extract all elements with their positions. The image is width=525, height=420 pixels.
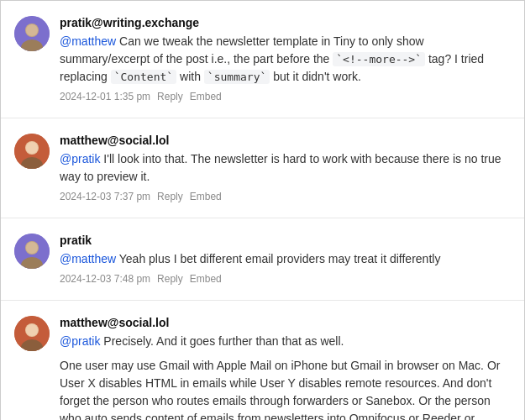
avatar-matthew-4 bbox=[14, 316, 50, 351]
code-3: `summary` bbox=[204, 70, 270, 84]
post-content-1: pratik@writing.exchange @matthew Can we … bbox=[60, 16, 511, 102]
post-meta-3: 2024-12-03 7:48 pm Reply Embed bbox=[60, 273, 511, 285]
embed-button-1[interactable]: Embed bbox=[190, 91, 222, 102]
post-content-4: matthew@social.lol @pratik Precisely. An… bbox=[60, 316, 511, 420]
post-author-4: matthew@social.lol bbox=[60, 316, 511, 329]
timestamp-2: 2024-12-03 7:37 pm bbox=[60, 191, 150, 202]
post-meta-1: 2024-12-01 1:35 pm Reply Embed bbox=[60, 91, 511, 102]
reply-button-2[interactable]: Reply bbox=[157, 191, 183, 202]
post-2: matthew@social.lol @pratik I'll look int… bbox=[1, 118, 524, 218]
post-meta-2: 2024-12-03 7:37 pm Reply Embed bbox=[60, 191, 511, 202]
code-1: `<!--more-->` bbox=[333, 52, 425, 66]
post-body-4-line1: @pratik Precisely. And it goes further t… bbox=[60, 333, 511, 350]
mention-1[interactable]: @matthew bbox=[60, 34, 116, 48]
svg-point-7 bbox=[26, 142, 38, 154]
timestamp-1: 2024-12-01 1:35 pm bbox=[60, 91, 150, 102]
post-3: pratik @matthew Yeah plus I bet differen… bbox=[1, 218, 524, 301]
timestamp-3: 2024-12-03 7:48 pm bbox=[60, 273, 150, 285]
svg-point-3 bbox=[26, 24, 38, 36]
mention-3[interactable]: @matthew bbox=[60, 252, 116, 265]
svg-point-15 bbox=[26, 324, 38, 336]
post-body-1: @matthew Can we tweak the newsletter tem… bbox=[60, 33, 511, 86]
embed-button-2[interactable]: Embed bbox=[190, 191, 222, 202]
post-author-2: matthew@social.lol bbox=[60, 134, 511, 147]
post-content-3: pratik @matthew Yeah plus I bet differen… bbox=[60, 234, 511, 285]
code-2: `Content` bbox=[111, 70, 176, 84]
post-author-3: pratik bbox=[60, 234, 511, 247]
mention-4[interactable]: @pratik bbox=[60, 334, 100, 348]
reply-button-3[interactable]: Reply bbox=[157, 273, 183, 285]
post-1: pratik@writing.exchange @matthew Can we … bbox=[1, 1, 524, 118]
post-body-3: @matthew Yeah plus I bet different email… bbox=[60, 250, 511, 268]
embed-button-3[interactable]: Embed bbox=[190, 273, 222, 285]
avatar-pratik-3 bbox=[14, 234, 50, 269]
mention-2[interactable]: @pratik bbox=[60, 152, 100, 165]
post-author-1: pratik@writing.exchange bbox=[60, 16, 511, 29]
post-body-2: @pratik I'll look into that. The newslet… bbox=[60, 150, 511, 186]
avatar-pratik-1 bbox=[14, 16, 50, 51]
post-4: matthew@social.lol @pratik Precisely. An… bbox=[1, 301, 524, 420]
svg-point-11 bbox=[26, 242, 38, 254]
avatar-matthew-2 bbox=[14, 134, 50, 169]
reply-button-1[interactable]: Reply bbox=[157, 91, 183, 102]
post-content-2: matthew@social.lol @pratik I'll look int… bbox=[60, 134, 511, 202]
post-body-4-line2: One user may use Gmail with Apple Mail o… bbox=[60, 357, 511, 420]
